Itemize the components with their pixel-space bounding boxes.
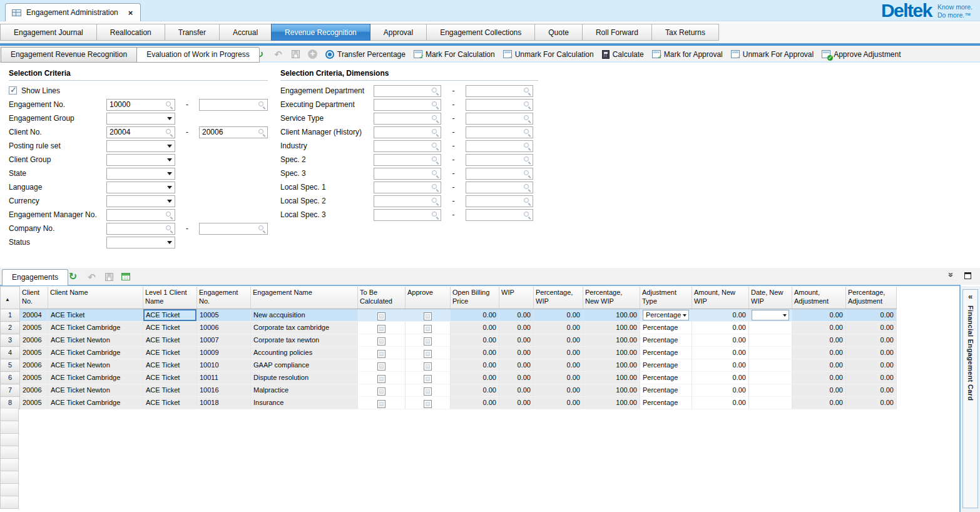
local-spec-2-to-input[interactable] <box>466 195 533 207</box>
show-lines-checkbox[interactable] <box>9 86 17 95</box>
row-number[interactable]: 7 <box>1 384 20 397</box>
cell-percentage-adjustment[interactable]: 0.00 <box>846 309 897 322</box>
cell-engagement-no[interactable]: 10018 <box>197 397 251 409</box>
spec-3-to-input[interactable] <box>466 168 533 180</box>
executing-department-to-input[interactable] <box>466 99 533 111</box>
cell-percentage-adjustment[interactable]: 0.00 <box>846 359 897 372</box>
cell-adjustment-type[interactable]: Percentage <box>640 322 692 334</box>
cell-percentage-new-wip[interactable]: 100.00 <box>583 347 640 359</box>
row-number[interactable]: 3 <box>1 334 20 347</box>
table-row[interactable]: 520006ACE Ticket NewtonACE Ticket10010GA… <box>1 359 897 372</box>
to-be-calculated-checkbox[interactable] <box>377 312 385 320</box>
main-tab-revenue-recognition[interactable]: Revenue Recognition <box>271 24 370 41</box>
cell-adjustment-type[interactable]: Percentage <box>640 384 692 397</box>
cell-wip[interactable]: 0.00 <box>499 309 534 322</box>
spec-2-from-input[interactable] <box>374 154 441 166</box>
cell-percentage-adjustment[interactable]: 0.00 <box>846 397 897 409</box>
cell-client-name[interactable]: ACE Ticket Newton <box>48 359 143 372</box>
cell-engagement-no[interactable]: 10007 <box>197 334 251 347</box>
currency-dropdown[interactable] <box>106 195 175 207</box>
table-row[interactable]: 320006ACE Ticket NewtonACE Ticket10007Co… <box>1 334 897 347</box>
local-spec-3-from-input[interactable] <box>374 209 441 221</box>
cell-date-new-wip[interactable] <box>749 334 792 347</box>
cell-percentage-wip[interactable]: 0.00 <box>534 384 583 397</box>
local-spec-1-from-input[interactable] <box>374 182 441 193</box>
cell-date-new-wip[interactable] <box>749 372 792 384</box>
grid-table-button[interactable] <box>121 273 130 280</box>
cell-wip[interactable]: 0.00 <box>499 347 534 359</box>
client-no-from-input[interactable]: 20004 <box>106 126 175 138</box>
client-manager-history-from-input[interactable] <box>374 126 441 138</box>
cell-client-no[interactable]: 20006 <box>20 334 48 347</box>
cell-client-name[interactable]: ACE Ticket Newton <box>48 384 143 397</box>
adjustment-type-select[interactable]: Percentage <box>643 310 689 320</box>
cell-amount-new-wip[interactable]: 0.00 <box>692 334 749 347</box>
local-spec-3-to-input[interactable] <box>466 209 533 221</box>
column-header-to-be-calculated[interactable]: To Be Calculated <box>358 287 406 309</box>
cell-client-name[interactable]: ACE Ticket Cambridge <box>48 372 143 384</box>
column-header-client-no[interactable]: Client No. <box>20 287 48 309</box>
cell-amount-new-wip[interactable]: 0.00 <box>692 384 749 397</box>
local-spec-1-to-input[interactable] <box>466 182 533 193</box>
cell-amount-adjustment[interactable]: 0.00 <box>792 347 846 359</box>
approve-checkbox[interactable] <box>424 387 432 396</box>
cell-level-1-client-name[interactable]: ACE Ticket <box>143 334 197 347</box>
row-number[interactable]: 8 <box>1 397 20 409</box>
table-row[interactable]: 120004ACE TicketACE Ticket10005New accqu… <box>1 309 897 322</box>
cell-percentage-wip[interactable]: 0.00 <box>534 372 583 384</box>
cell-percentage-wip[interactable]: 0.00 <box>534 359 583 372</box>
approve-checkbox[interactable] <box>424 325 432 333</box>
column-header-engagement-no[interactable]: Engagement No. <box>197 287 251 309</box>
cell-engagement-name[interactable]: Accounting policies <box>251 347 358 359</box>
engagement-no-to-input[interactable] <box>199 99 268 111</box>
cell-client-name[interactable]: ACE Ticket Cambridge <box>48 397 143 409</box>
cell-engagement-name[interactable]: Corporate tax newton <box>251 334 358 347</box>
cell-date-new-wip[interactable] <box>749 322 792 334</box>
cell-engagement-no[interactable]: 10009 <box>197 347 251 359</box>
column-header-percentage-wip[interactable]: Percentage, WIP <box>534 287 583 309</box>
cell-amount-new-wip[interactable]: 0.00 <box>692 359 749 372</box>
cell-percentage-new-wip[interactable]: 100.00 <box>583 384 640 397</box>
collapse-panel-icon[interactable]: » <box>947 272 956 277</box>
main-tab-reallocation[interactable]: Reallocation <box>96 24 165 41</box>
cell-client-no[interactable]: 20006 <box>20 384 48 397</box>
cell-date-new-wip[interactable] <box>749 397 792 409</box>
cell-percentage-new-wip[interactable]: 100.00 <box>583 359 640 372</box>
engagement-department-to-input[interactable] <box>466 85 533 97</box>
cell-amount-new-wip[interactable]: 0.00 <box>692 397 749 409</box>
cell-wip[interactable]: 0.00 <box>499 359 534 372</box>
save-button[interactable] <box>292 50 300 58</box>
row-number[interactable]: 2 <box>1 322 20 334</box>
cell-percentage-new-wip[interactable]: 100.00 <box>583 322 640 334</box>
cell-amount-new-wip[interactable]: 0.00 <box>692 372 749 384</box>
to-be-calculated-checkbox[interactable] <box>377 337 385 346</box>
cell-percentage-wip[interactable]: 0.00 <box>534 309 583 322</box>
to-be-calculated-checkbox[interactable] <box>377 325 385 333</box>
cell-wip[interactable]: 0.00 <box>499 322 534 334</box>
cell-client-no[interactable]: 20005 <box>20 372 48 384</box>
cell-adjustment-type[interactable]: Percentage <box>640 372 692 384</box>
spec-2-to-input[interactable] <box>466 154 533 166</box>
row-number[interactable]: 1 <box>1 309 20 322</box>
cell-wip[interactable]: 0.00 <box>499 372 534 384</box>
cell-wip[interactable]: 0.00 <box>499 334 534 347</box>
cell-adjustment-type[interactable]: Percentage <box>640 359 692 372</box>
cell-percentage-new-wip[interactable]: 100.00 <box>583 397 640 409</box>
spec-3-from-input[interactable] <box>374 168 441 180</box>
mark-for-calculation-button[interactable]: Mark For Calculation <box>414 50 495 59</box>
cell-wip[interactable]: 0.00 <box>499 397 534 409</box>
grid-undo-button[interactable] <box>86 272 97 282</box>
tab-engagements[interactable]: Engagements <box>2 269 68 285</box>
main-tab-transfer[interactable]: Transfer <box>165 24 220 41</box>
cell-client-no[interactable]: 20005 <box>20 397 48 409</box>
column-header-client-name[interactable]: Client Name <box>48 287 143 309</box>
unmark-for-approval-button[interactable]: Unmark For Approval <box>731 50 814 59</box>
row-number[interactable]: 6 <box>1 372 20 384</box>
cell-date-new-wip[interactable] <box>749 309 792 322</box>
cell-adjustment-type[interactable]: Percentage <box>640 347 692 359</box>
cell-amount-new-wip[interactable]: 0.00 <box>692 322 749 334</box>
cell-engagement-no[interactable]: 10010 <box>197 359 251 372</box>
cell-client-name[interactable]: ACE Ticket Newton <box>48 334 143 347</box>
cell-amount-adjustment[interactable]: 0.00 <box>792 384 846 397</box>
cell-date-new-wip[interactable] <box>749 359 792 372</box>
